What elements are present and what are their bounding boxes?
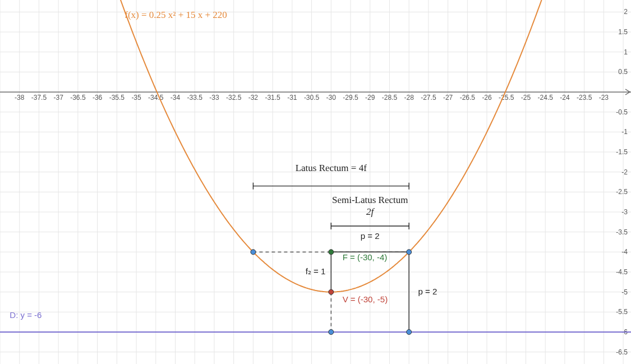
svg-text:1.5: 1.5 bbox=[618, 28, 628, 36]
svg-text:-23.5: -23.5 bbox=[577, 94, 592, 102]
svg-text:-31.5: -31.5 bbox=[265, 94, 280, 102]
svg-text:-38: -38 bbox=[15, 94, 25, 102]
svg-text:-24: -24 bbox=[560, 94, 570, 102]
function-equation-label: f(x) = 0.25 x² + 15 x + 220 bbox=[125, 10, 227, 20]
svg-text:-2: -2 bbox=[621, 168, 628, 176]
svg-text:-4: -4 bbox=[621, 248, 628, 256]
svg-text:-28: -28 bbox=[404, 94, 414, 102]
svg-text:-27.5: -27.5 bbox=[421, 94, 436, 102]
grid bbox=[0, 0, 631, 364]
svg-text:-32: -32 bbox=[248, 94, 259, 102]
directrix-label: D: y = -6 bbox=[10, 310, 42, 320]
svg-text:0.5: 0.5 bbox=[618, 68, 628, 76]
svg-point-111 bbox=[329, 289, 334, 294]
svg-text:-33: -33 bbox=[209, 94, 219, 102]
svg-text:-0.5: -0.5 bbox=[616, 108, 628, 116]
svg-text:1: 1 bbox=[624, 48, 628, 56]
svg-text:-5.5: -5.5 bbox=[616, 308, 628, 316]
svg-point-115 bbox=[329, 329, 334, 334]
svg-text:-30.5: -30.5 bbox=[304, 94, 320, 102]
svg-point-113 bbox=[251, 250, 256, 255]
svg-text:-24.5: -24.5 bbox=[538, 94, 554, 102]
svg-text:-3: -3 bbox=[621, 208, 628, 216]
svg-text:-35: -35 bbox=[131, 94, 141, 102]
svg-text:-29.5: -29.5 bbox=[343, 94, 358, 102]
svg-point-116 bbox=[407, 329, 412, 334]
p-side-label: p = 2 bbox=[418, 287, 437, 296]
y-tick-labels: -6.5-6-5.5-5-4.5-4-3.5-3-2.5-2-1.5-1-0.5… bbox=[616, 8, 628, 356]
vertex-point-label: V = (-30, -5) bbox=[343, 294, 388, 304]
svg-text:-36: -36 bbox=[93, 94, 103, 102]
svg-text:-32.5: -32.5 bbox=[226, 94, 242, 102]
svg-point-112 bbox=[329, 250, 334, 255]
svg-text:-34: -34 bbox=[171, 94, 181, 102]
svg-text:-34.5: -34.5 bbox=[148, 94, 164, 102]
svg-text:-30: -30 bbox=[326, 94, 337, 102]
svg-point-114 bbox=[407, 250, 412, 255]
semi-latus-rectum-label-line1: Semi-Latus Rectum bbox=[332, 195, 408, 205]
text-annotations: f(x) = 0.25 x² + 15 x + 220 D: y = -6 La… bbox=[10, 10, 437, 320]
f2-label: f₂ = 1 bbox=[306, 266, 326, 276]
svg-text:-31: -31 bbox=[287, 94, 297, 102]
svg-text:-28.5: -28.5 bbox=[382, 94, 398, 102]
focus-point-label: F = (-30, -4) bbox=[343, 252, 388, 262]
svg-text:-35.5: -35.5 bbox=[109, 94, 125, 102]
svg-text:-37.5: -37.5 bbox=[31, 94, 47, 102]
svg-text:-1.5: -1.5 bbox=[616, 148, 628, 156]
svg-text:-6.5: -6.5 bbox=[616, 348, 628, 356]
parabola-chart: -38-37.5-37-36.5-36-35.5-35-34.5-34-33.5… bbox=[0, 0, 631, 364]
svg-text:-33.5: -33.5 bbox=[187, 94, 203, 102]
svg-text:-1: -1 bbox=[621, 128, 628, 136]
svg-text:-5: -5 bbox=[621, 288, 628, 296]
svg-text:-37: -37 bbox=[53, 94, 63, 102]
p-top-label: p = 2 bbox=[361, 231, 380, 241]
semi-latus-rectum-label-line2: 2f bbox=[366, 206, 375, 217]
svg-text:-27: -27 bbox=[443, 94, 453, 102]
svg-text:-26: -26 bbox=[482, 94, 492, 102]
svg-text:-2.5: -2.5 bbox=[616, 188, 628, 196]
svg-text:-25: -25 bbox=[521, 94, 531, 102]
svg-text:-36.5: -36.5 bbox=[70, 94, 86, 102]
svg-text:-29: -29 bbox=[365, 94, 375, 102]
svg-text:-23: -23 bbox=[599, 94, 609, 102]
svg-text:2: 2 bbox=[624, 8, 628, 16]
svg-text:-3.5: -3.5 bbox=[616, 228, 628, 236]
svg-text:-4.5: -4.5 bbox=[616, 268, 628, 276]
svg-text:-26.5: -26.5 bbox=[460, 94, 476, 102]
latus-rectum-label: Latus Rectum = 4f bbox=[296, 163, 367, 173]
x-tick-labels: -38-37.5-37-36.5-36-35.5-35-34.5-34-33.5… bbox=[15, 94, 609, 102]
